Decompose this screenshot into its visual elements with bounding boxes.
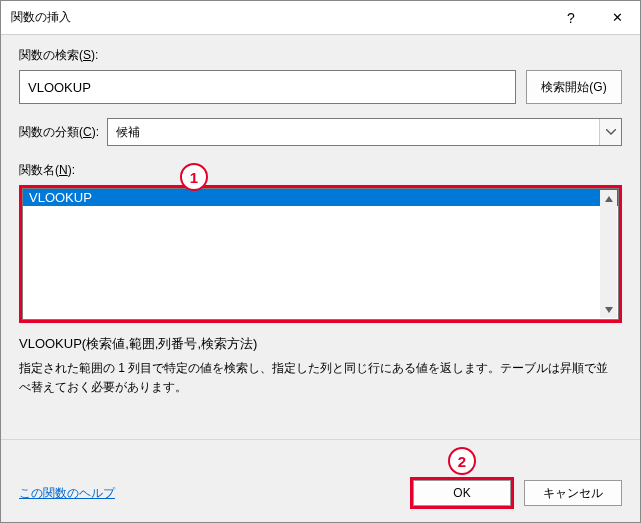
funcname-label: 関数名(N): — [19, 162, 622, 179]
annotation-1-outline: VLOOKUP — [19, 185, 622, 323]
funcname-listbox[interactable]: VLOOKUP — [22, 188, 619, 320]
dialog-content: 関数の検索(S): VLOOKUP 検索開始(G) 関数の分類(C): 候補 関… — [1, 35, 640, 464]
search-go-button[interactable]: 検索開始(G) — [526, 70, 622, 104]
titlebar: 関数の挿入 ? ✕ — [1, 1, 640, 35]
close-button[interactable]: ✕ — [594, 2, 640, 34]
category-label: 関数の分類(C): — [19, 124, 99, 141]
annotation-2: 2 — [448, 447, 476, 475]
scroll-up-icon[interactable] — [600, 190, 617, 207]
function-description: 指定された範囲の 1 列目で特定の値を検索し、指定した列と同じ行にある値を返しま… — [19, 359, 622, 397]
funcname-listbox-wrap: VLOOKUP — [19, 185, 622, 323]
dialog-title: 関数の挿入 — [11, 9, 548, 26]
category-select[interactable]: 候補 — [107, 118, 622, 146]
help-link[interactable]: この関数のヘルプ — [19, 485, 115, 502]
annotation-2-outline: OK — [410, 477, 514, 509]
dialog-footer: この関数のヘルプ OK キャンセル — [1, 464, 640, 522]
help-button[interactable]: ? — [548, 2, 594, 34]
category-row: 関数の分類(C): 候補 — [19, 118, 622, 146]
ok-button[interactable]: OK — [413, 480, 511, 506]
scroll-down-icon[interactable] — [600, 301, 617, 318]
search-row: VLOOKUP 検索開始(G) — [19, 70, 622, 104]
search-input[interactable]: VLOOKUP — [19, 70, 516, 104]
separator — [1, 439, 640, 440]
search-input-value: VLOOKUP — [28, 80, 91, 95]
chevron-down-icon — [599, 119, 621, 145]
cancel-button[interactable]: キャンセル — [524, 480, 622, 506]
search-label: 関数の検索(S): — [19, 47, 622, 64]
category-value: 候補 — [108, 119, 599, 145]
listbox-scrollbar[interactable] — [600, 190, 617, 318]
list-item[interactable]: VLOOKUP — [23, 189, 618, 206]
function-syntax: VLOOKUP(検索値,範囲,列番号,検索方法) — [19, 335, 622, 353]
annotation-1: 1 — [180, 163, 208, 191]
insert-function-dialog: 関数の挿入 ? ✕ 関数の検索(S): VLOOKUP 検索開始(G) 関数の分… — [0, 0, 641, 523]
